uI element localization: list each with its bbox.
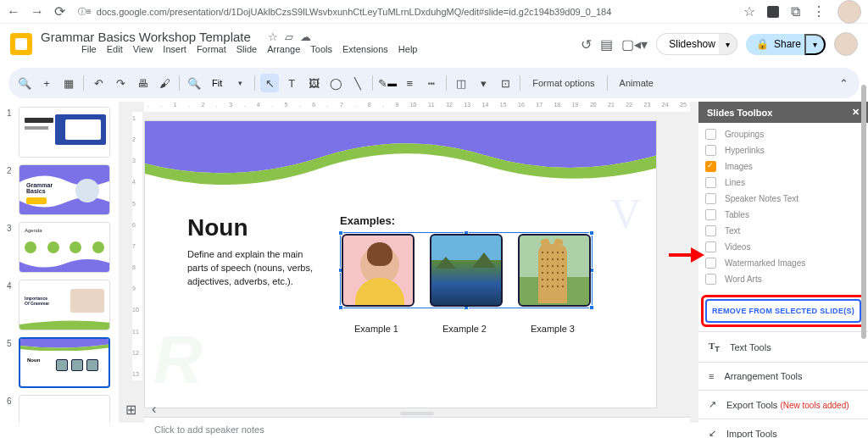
select-tool[interactable]: ↖ [260,74,279,92]
thumbnail-5[interactable]: Noun [19,337,110,388]
menu-help[interactable]: Help [398,44,418,59]
slideshow-button[interactable]: Slideshow [656,33,727,55]
history-icon[interactable]: ↺ [581,36,592,53]
textbox-icon[interactable]: T [282,74,301,92]
search-icon[interactable]: 🔍 [15,74,34,92]
selection-box[interactable] [340,232,593,308]
more-icon[interactable]: ⋮ [812,3,826,19]
image-icon[interactable]: 🖼 [304,74,323,92]
checkbox-icon[interactable] [705,161,716,172]
checkbox-icon[interactable] [705,258,716,269]
menu-tools[interactable]: Tools [310,44,332,59]
menu-extensions[interactable]: Extensions [342,44,388,59]
mask-icon[interactable]: ▾ [474,74,492,92]
share-button[interactable]: 🔒Share [746,34,811,55]
checkbox-icon[interactable] [705,209,716,220]
bookmark-icon[interactable]: ☆ [743,3,755,19]
check-text[interactable]: Text [705,223,861,239]
border-color-icon[interactable]: ✎▬ [378,74,397,92]
checkbox-icon[interactable] [705,225,716,236]
scrollbar[interactable] [861,85,866,339]
new-slide-icon[interactable]: + [37,74,56,92]
meet-icon[interactable]: ▢◂▾ [621,36,648,53]
thumbnail-2[interactable]: GrammarBasics [19,164,110,215]
star-icon[interactable]: ☆ [268,30,278,43]
collapse-panel-icon[interactable]: ‹ [152,402,156,418]
menu-arrange[interactable]: Arrange [267,44,300,59]
extensions-icon[interactable]: ⧉ [791,4,800,19]
reload-icon[interactable]: ⟳ [54,3,68,19]
site-info-icon[interactable]: ⓘ≡ [78,6,92,18]
export-tools-section[interactable]: ↗ Export Tools (New tools added) [698,390,868,419]
user-avatar[interactable] [834,32,858,56]
move-icon[interactable]: ▱ [285,30,293,43]
notes-drag-handle[interactable] [400,412,434,415]
checkbox-icon[interactable] [705,129,716,140]
layout-icon[interactable]: ▦ [59,74,78,92]
slideshow-dropdown[interactable]: ▾ [719,33,737,55]
shape-icon[interactable]: ◯ [326,74,345,92]
doc-title[interactable]: Grammar Basics Workshop Template [41,30,251,44]
check-lines[interactable]: Lines [705,175,861,191]
example-label-2[interactable]: Example 2 [428,324,501,334]
thumbnail-1[interactable] [19,107,110,158]
undo-icon[interactable]: ↶ [89,74,108,92]
collapse-toolbar-icon[interactable]: ⌃ [834,74,853,92]
examples-title[interactable]: Examples: [340,214,631,227]
extension-box-icon[interactable] [767,6,779,18]
menu-edit[interactable]: Edit [107,44,123,59]
example-image-3[interactable] [518,234,591,307]
remove-button[interactable]: REMOVE FROM SELECTED SLIDE(S) [705,299,861,323]
arrangement-tools-section[interactable]: ≡ Arrangement Tools [698,362,868,390]
check-images[interactable]: Images [705,158,861,175]
line-icon[interactable]: ╲ [348,74,367,92]
slides-logo[interactable] [10,33,32,55]
border-dash-icon[interactable]: ┅ [422,74,441,92]
slide-body-text[interactable]: Define and explain the main parts of spe… [187,248,323,289]
checkbox-icon[interactable] [705,145,716,156]
check-hyperlinks[interactable]: Hyperlinks [705,142,861,158]
thumbnail-6[interactable] [19,395,110,423]
example-image-1[interactable] [342,234,415,307]
menu-format[interactable]: Format [197,44,226,59]
menu-file[interactable]: File [81,44,97,59]
browser-avatar[interactable] [837,0,861,24]
thumbnail-3[interactable]: Agenda [19,222,110,273]
animate[interactable]: Animate [613,78,660,88]
check-tables[interactable]: Tables [705,207,861,223]
menu-slide[interactable]: Slide [236,44,257,59]
comments-icon[interactable]: ▤ [600,36,613,53]
checkbox-icon[interactable] [705,241,716,252]
import-tools-section[interactable]: ↙ Import Tools [698,419,868,438]
url-bar[interactable]: ⓘ≡ docs.google.com/presentation/d/1DojUA… [78,6,733,18]
menu-insert[interactable]: Insert [163,44,186,59]
check-groupings[interactable]: Groupings [705,126,861,142]
menu-view[interactable]: View [133,44,153,59]
crop-icon[interactable]: ◫ [452,74,470,92]
redo-icon[interactable]: ↷ [111,74,130,92]
check-watermarked-images[interactable]: Watermarked Images [705,255,861,271]
text-tools-section[interactable]: TT Text Tools [698,331,868,362]
slide-heading[interactable]: Noun [187,214,323,241]
zoom-icon[interactable]: 🔍 [185,74,203,92]
back-icon[interactable]: ← [7,5,20,19]
check-speaker-notes-text[interactable]: Speaker Notes Text [705,191,861,207]
example-image-2[interactable] [430,234,503,307]
share-dropdown[interactable]: ▾ [804,34,826,55]
example-label-1[interactable]: Example 1 [340,324,413,334]
close-icon[interactable]: ✕ [852,107,860,118]
print-icon[interactable]: 🖶 [133,74,152,92]
slide-canvas[interactable]: R V Noun Define and explain the main par… [144,120,657,408]
check-word-arts[interactable]: Word Arts [705,271,861,287]
grid-view-icon[interactable]: ⊞ [125,402,136,418]
thumbnail-4[interactable]: ImportanceOf Grammar [19,280,110,330]
checkbox-icon[interactable] [705,193,716,204]
paint-icon[interactable]: 🖌 [155,74,174,92]
example-label-3[interactable]: Example 3 [516,324,589,334]
speaker-notes[interactable]: Click to add speaker notes [144,417,690,438]
checkbox-icon[interactable] [705,274,716,285]
forward-icon[interactable]: → [31,5,44,19]
format-options[interactable]: Format options [526,78,601,88]
zoom-select[interactable]: Fit [207,78,227,88]
border-weight-icon[interactable]: ≡ [400,74,419,92]
